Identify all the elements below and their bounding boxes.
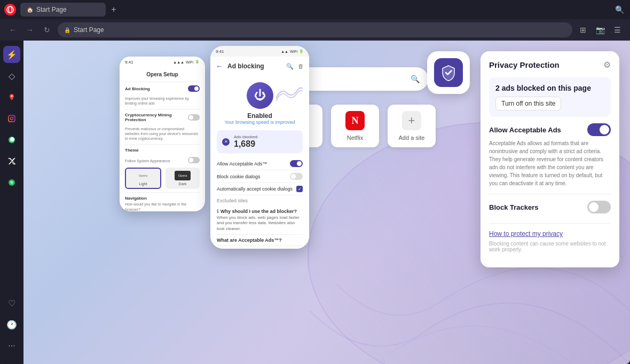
main-content: ⚡ ◇ [0,41,630,364]
title-bar-actions: 🔍 [613,3,626,16]
sidebar-item-maps[interactable] [3,89,20,106]
sidebar-item-whatsapp[interactable] [3,131,20,148]
svg-point-4 [11,117,13,120]
phone-left-status: 9:41 ▲▲▲WiFi🔋 [120,57,205,67]
ad-blocking-setting: Ad Blocking Improves your browsing exper… [125,85,200,106]
follow-system-toggle[interactable] [188,157,200,163]
excluded-sites-label: Excluded sites [217,198,248,203]
dial-item-netflix[interactable]: N Netflix [331,105,379,147]
forward-button[interactable]: → [23,23,36,36]
phone-left-divider2 [125,109,200,109]
tab-bar: 🏠 Start Page + [20,3,609,17]
block-trackers-row: Block Trackers [489,201,611,213]
turn-off-button[interactable]: Turn off on this site [495,97,561,110]
phone-left-time: 9:41 [125,60,133,65]
ad-blocking-row: Ad Blocking [125,85,200,92]
theme-dark-label: Dark [179,182,187,186]
camera-button[interactable]: 📷 [594,23,607,36]
netflix-icon: N [345,111,365,130]
wave-decoration [273,82,303,104]
power-icon: ⏻ [247,82,273,109]
sidebar-item-spotify[interactable] [3,174,20,191]
phone-title-actions: 🔍 🗑 [286,63,304,70]
add-site-icon: + [402,111,421,130]
excluded-sites-section: Excluded sites [217,195,303,206]
faq-info-icon: ℹ [217,209,218,214]
dial-item-add[interactable]: + Add a site [388,105,436,147]
faq-q1: ℹ Why should I use the ad blocker? [217,209,303,214]
ad-block-hero: ⏻ Enabled Your browsing speed is improve… [217,82,303,125]
lock-icon: 🔒 [64,27,70,33]
ads-blocked-info: Ads blocked: 1,689 [234,134,258,149]
theme-light[interactable]: Opera Light [125,168,161,189]
faq-q2: What are Acceptable Ads™? [217,238,303,243]
nav-actions: ⊞ 📷 ☰ [577,23,624,36]
title-bar: 🏠 Start Page + 🔍 [0,0,630,19]
back-button[interactable]: ← [6,23,19,36]
sidebar-item-bookmarks[interactable]: ♡ [3,295,20,312]
ad-blocking-toggle[interactable] [188,85,200,92]
theme-dark[interactable]: Opera Dark [166,168,200,189]
ads-blocked-count: 1,689 [234,139,258,149]
menu-button[interactable]: ☰ [611,23,624,36]
crypto-mining-row: Cryptocurrency Mining Protection [125,113,200,122]
shield-float-button[interactable] [427,51,470,94]
block-cookie-toggle[interactable] [290,173,303,180]
opera-logo[interactable] [4,4,16,15]
phone-right-title: Ad blocking [227,62,282,70]
auto-accept-cookies-label: Automatically accept cookie dialogs [217,186,293,192]
block-cookie-dialogs-row: Block cookie dialogs [217,170,303,183]
crypto-mining-toggle[interactable] [188,114,200,121]
crypto-mining-label: Cryptocurrency Mining Protection [125,113,188,122]
nav-desc: How would you like to navigate in the br… [125,202,200,211]
address-bar[interactable]: 🔒 Start Page [58,22,572,37]
svg-rect-3 [9,115,15,122]
auto-accept-cookies-checkbox[interactable]: ✓ [296,186,303,192]
faq-a1: When you block ads, web pages load faste… [217,215,303,232]
allow-ads-section: Allow Acceptable Ads Acceptable Ads allo… [489,123,611,194]
extensions-button[interactable]: ⊞ [577,23,589,36]
phone-trash-icon[interactable]: 🗑 [298,63,304,70]
phone-right-body: ⏻ Enabled Your browsing speed is improve… [210,76,309,249]
allow-ads-toggle[interactable] [587,123,611,136]
allow-ads-label: Allow Acceptable Ads [489,126,561,134]
sidebar-item-settings[interactable]: ◇ [3,67,20,84]
ads-blocked-section: 2 ads blocked on this page Turn off on t… [489,77,611,117]
theme-label: Theme [125,148,139,153]
phone-right-status-icons: ▲▲WiFi🔋 [281,49,304,53]
privacy-link[interactable]: How to protect my privacy [489,230,611,238]
active-tab[interactable]: 🏠 Start Page [20,3,106,17]
page-background: G Search the web 🔍 [23,41,630,364]
phone-search-icon[interactable]: 🔍 [286,63,294,70]
privacy-link-desc: Blocking content can cause some websites… [489,241,611,252]
speed-improved-text: Your browsing speed is improved [224,120,295,125]
auto-accept-cookies-row: Automatically accept cookie dialogs ✓ [217,183,303,195]
search-button[interactable]: 🔍 [613,3,626,16]
phone-back-button[interactable]: ← [216,62,223,70]
allow-acceptable-ads-toggle[interactable] [290,160,303,167]
gear-icon[interactable]: ⚙ [603,60,611,70]
svg-point-5 [13,116,14,117]
sidebar-item-history[interactable]: 🕐 [3,316,20,333]
dial-label-netflix: Netflix [347,134,364,141]
privacy-link-section: How to protect my privacy Blocking conte… [489,230,611,259]
sidebar-item-twitter[interactable] [3,153,20,170]
block-trackers-label: Block Trackers [489,203,539,211]
sidebar-item-more[interactable]: ··· [3,337,20,354]
sidebar-item-ai[interactable]: ⚡ [3,46,20,63]
dial-label-add: Add a site [399,134,425,141]
panel-header: Privacy Protection ⚙ [489,60,611,70]
sidebar-item-instagram[interactable] [3,110,20,127]
svg-point-2 [11,96,13,97]
allow-ads-desc: Acceptable Ads allows ad formats that ar… [489,139,611,187]
block-trackers-section: Block Trackers [489,201,611,224]
new-tab-button[interactable]: + [108,4,120,15]
block-trackers-toggle[interactable] [587,201,611,213]
search-icon[interactable]: 🔍 [411,75,420,83]
faq-q1-text: Why should I use the ad blocker? [220,209,297,214]
phone-left-content: Opera Setup Ad Blocking Improves your br… [120,67,205,211]
ads-blocked-box: ✕ Ads blocked: 1,689 [217,130,303,153]
refresh-button[interactable]: ↻ [41,23,53,36]
svg-point-1 [9,6,12,13]
phone-left-divider3 [125,144,200,145]
